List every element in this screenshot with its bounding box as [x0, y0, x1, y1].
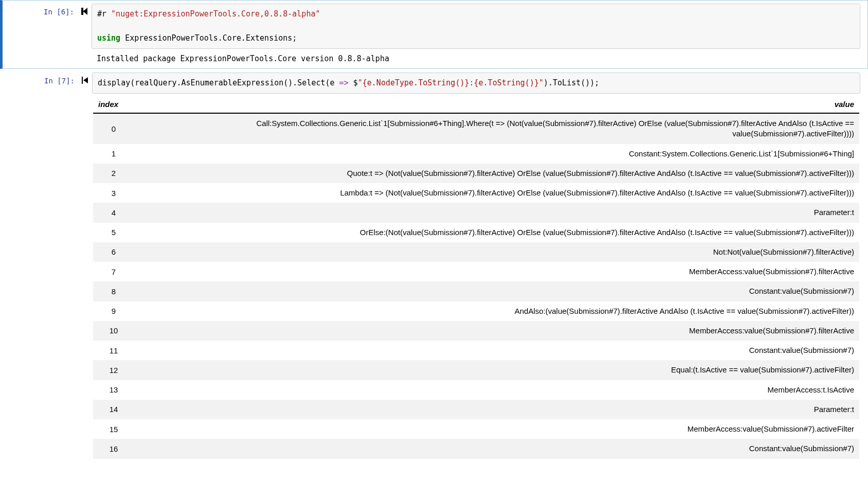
code-input[interactable]: #r "nuget:ExpressionPowerTools.Core,0.8.…: [92, 4, 860, 49]
table-row: 15MemberAccess:value(Submission#7).activ…: [93, 419, 859, 439]
prompt-label: In [6]:: [3, 4, 77, 65]
row-index: 15: [93, 419, 134, 439]
row-value: Lambda:t => (Not(value(Submission#7).fil…: [134, 183, 859, 203]
row-index: 8: [93, 281, 134, 301]
row-value: OrElse:(Not(value(Submission#7).filterAc…: [134, 223, 859, 242]
row-index: 16: [93, 439, 134, 458]
row-index: 10: [93, 321, 134, 341]
row-value: Constant:value(Submission#7): [134, 439, 859, 458]
row-index: 11: [93, 341, 134, 360]
code-cell-7[interactable]: In [7]: display(realQuery.AsEnumerableEx…: [0, 69, 868, 473]
row-value: MemberAccess:value(Submission#7).filterA…: [134, 321, 859, 341]
table-row: 6Not:Not(value(Submission#7).filterActiv…: [93, 242, 859, 262]
row-value: Constant:System.Collections.Generic.List…: [134, 144, 859, 164]
row-index: 4: [93, 203, 134, 222]
code-cell-6[interactable]: In [6]: #r "nuget:ExpressionPowerTools.C…: [0, 0, 868, 69]
table-row: 11Constant:value(Submission#7): [93, 341, 859, 360]
row-value: Call:System.Collections.Generic.List`1[S…: [134, 113, 859, 144]
table-row: 12Equal:(t.IsActive == value(Submission#…: [93, 360, 859, 380]
run-cell-icon[interactable]: [82, 77, 88, 85]
cell-output-table: index value 0Call:System.Collections.Gen…: [92, 94, 860, 469]
table-row: 7MemberAccess:value(Submission#7).filter…: [93, 262, 859, 281]
table-row: 8Constant:value(Submission#7): [93, 281, 859, 301]
table-row: 0Call:System.Collections.Generic.List`1[…: [93, 113, 859, 144]
table-row: 16Constant:value(Submission#7): [93, 439, 859, 458]
table-row: 9AndAlso:(value(Submission#7).filterActi…: [93, 301, 859, 321]
table-row: 10MemberAccess:value(Submission#7).filte…: [93, 321, 859, 341]
cell-output-text: Installed package ExpressionPowerTools.C…: [92, 49, 860, 65]
table-row: 4Parameter:t: [93, 203, 859, 222]
row-index: 6: [93, 242, 134, 262]
row-value: Equal:(t.IsActive == value(Submission#7)…: [134, 360, 859, 380]
row-value: MemberAccess:value(Submission#7).filterA…: [134, 262, 859, 281]
row-index: 0: [93, 113, 134, 144]
table-row: 3Lambda:t => (Not(value(Submission#7).fi…: [93, 183, 859, 203]
row-index: 14: [93, 400, 134, 419]
row-index: 3: [93, 183, 134, 203]
col-header-value: value: [134, 97, 859, 113]
row-index: 5: [93, 223, 134, 242]
row-value: Quote:t => (Not(value(Submission#7).filt…: [134, 164, 859, 183]
col-header-index: index: [93, 97, 134, 113]
table-row: 5OrElse:(Not(value(Submission#7).filterA…: [93, 223, 859, 242]
row-index: 9: [93, 301, 134, 321]
row-value: Constant:value(Submission#7): [134, 281, 859, 301]
row-index: 12: [93, 360, 134, 380]
result-table: index value 0Call:System.Collections.Gen…: [93, 97, 859, 459]
row-value: Not:Not(value(Submission#7).filterActive…: [134, 242, 859, 262]
row-value: MemberAccess:t.IsActive: [134, 380, 859, 400]
table-row: 2Quote:t => (Not(value(Submission#7).fil…: [93, 164, 859, 183]
table-row: 13MemberAccess:t.IsActive: [93, 380, 859, 400]
row-value: Parameter:t: [134, 203, 859, 222]
row-value: Parameter:t: [134, 400, 859, 419]
run-cell-icon[interactable]: [81, 8, 87, 16]
row-index: 13: [93, 380, 134, 400]
code-input[interactable]: display(realQuery.AsEnumerableExpression…: [92, 73, 860, 94]
row-value: Constant:value(Submission#7): [134, 341, 859, 360]
row-index: 7: [93, 262, 134, 281]
row-index: 1: [93, 144, 134, 164]
table-row: 1Constant:System.Collections.Generic.Lis…: [93, 144, 859, 164]
prompt-label: In [7]:: [1, 73, 78, 469]
notebook: In [6]: #r "nuget:ExpressionPowerTools.C…: [0, 0, 868, 473]
row-value: MemberAccess:value(Submission#7).activeF…: [134, 419, 859, 439]
row-value: AndAlso:(value(Submission#7).filterActiv…: [134, 301, 859, 321]
table-row: 14Parameter:t: [93, 400, 859, 419]
row-index: 2: [93, 164, 134, 183]
